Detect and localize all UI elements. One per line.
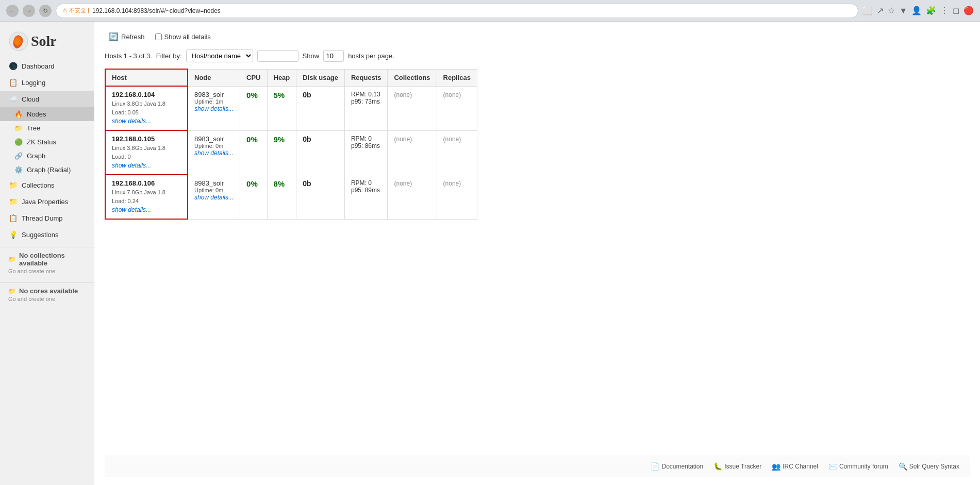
cpu-value: 0%	[246, 91, 258, 99]
replicas-value: (none)	[443, 136, 461, 143]
table-row: 192.168.0.104 Linux 3.8Gb Java 1.8Load: …	[105, 86, 477, 130]
per-page-input[interactable]	[323, 50, 344, 62]
collections-icon: 📁	[8, 181, 18, 189]
extensions-icon[interactable]: 🧩	[926, 6, 936, 15]
more-icon[interactable]: ⋮	[940, 6, 949, 15]
sidebar-item-thread-dump[interactable]: 📋 Thread Dump	[0, 210, 94, 226]
url-text: 192.168.0.104:8983/solr/#/~cloud?view=no…	[92, 7, 221, 14]
graph-icon: 🔗	[14, 152, 23, 160]
menu-icon[interactable]: ▼	[899, 6, 907, 15]
disk-value: 0b	[303, 179, 311, 188]
filter-bar: Hosts 1 - 3 of 3. Filter by: Host/node n…	[105, 49, 970, 62]
host-ip: 192.168.0.105	[112, 135, 181, 143]
disk-cell: 0b	[296, 175, 345, 219]
sidebar-item-graph-radial[interactable]: ⚙️ Graph (Radial)	[0, 163, 94, 177]
no-collections-section: 📁 No collections available Go and create…	[0, 247, 94, 278]
show-details-link[interactable]: show details...	[112, 206, 151, 213]
host-cell: 192.168.0.105 Linux 3.8Gb Java 1.8Load: …	[105, 130, 188, 175]
col-cpu: CPU	[240, 69, 267, 86]
refresh-button[interactable]: 🔄 Refresh	[105, 30, 149, 43]
host-ip: 192.168.0.106	[112, 179, 181, 187]
host-info: Linux 7.8Gb Java 1.8Load: 0.24 show deta…	[112, 188, 181, 214]
issue-tracker-link[interactable]: 🐛 Issue Tracker	[713, 462, 761, 471]
sidebar-item-dashboard[interactable]: 🌑 Dashboard	[0, 58, 94, 74]
node-show-details-link[interactable]: show details...	[194, 194, 234, 201]
sidebar-item-nodes[interactable]: 🔥 Nodes	[0, 107, 94, 121]
sidebar-item-suggestions[interactable]: 💡 Suggestions	[0, 226, 94, 243]
sidebar: Solr 🌑 Dashboard 📋 Logging ☁️ Cloud 🔥 No…	[0, 22, 94, 485]
footer: 📄 Documentation 🐛 Issue Tracker 👥 IRC Ch…	[105, 456, 970, 477]
sidebar-item-java-properties[interactable]: 📁 Java Properties	[0, 193, 94, 210]
cpu-cell: 0%	[240, 86, 267, 130]
heap-cell: 9%	[267, 130, 296, 175]
profile-icon[interactable]: 👤	[911, 6, 922, 15]
show-details-link[interactable]: show details...	[112, 118, 151, 125]
filter-input[interactable]	[257, 50, 298, 62]
java-properties-icon: 📁	[8, 197, 18, 206]
back-button[interactable]: ←	[6, 5, 19, 17]
collections-cell: (none)	[388, 130, 437, 175]
sidebar-item-label: Collections	[22, 181, 55, 189]
show-all-details-label: Show all details	[164, 33, 211, 41]
show-details-link[interactable]: show details...	[112, 162, 151, 169]
sidebar-item-zk-status[interactable]: 🟢 ZK Status	[0, 135, 94, 149]
no-cores-icon: 📁	[8, 288, 16, 295]
irc-channel-link[interactable]: 👥 IRC Channel	[772, 462, 818, 471]
heap-value: 5%	[274, 91, 285, 99]
window-icon[interactable]: ◻	[953, 6, 959, 15]
suggestions-icon: 💡	[8, 230, 18, 239]
sidebar-item-graph[interactable]: 🔗 Graph	[0, 149, 94, 163]
sidebar-item-label: ZK Status	[27, 138, 56, 146]
requests-cell: RPM: 0 p95: 89ms	[344, 175, 388, 219]
share-icon[interactable]: ↗	[877, 6, 884, 15]
sidebar-item-label: Java Properties	[22, 198, 68, 206]
cpu-value: 0%	[246, 135, 258, 144]
show-all-details-checkbox-label[interactable]: Show all details	[155, 33, 211, 41]
community-forum-icon: ✉️	[828, 462, 837, 471]
node-show-details-link[interactable]: show details...	[194, 105, 234, 112]
host-cell: 192.168.0.106 Linux 7.8Gb Java 1.8Load: …	[105, 175, 188, 219]
node-cell: 8983_solr Uptime: 0m show details...	[188, 130, 240, 175]
solr-query-syntax-icon: 🔍	[899, 462, 907, 471]
host-info: Linux 3.8Gb Java 1.8Load: 0.05 show deta…	[112, 99, 181, 126]
host-ip: 192.168.0.104	[112, 91, 181, 98]
logo-area: Solr	[0, 22, 94, 58]
show-all-details-checkbox[interactable]	[155, 34, 162, 40]
node-show-details-link[interactable]: show details...	[194, 149, 234, 157]
screen-icon[interactable]: ⬜	[862, 6, 873, 15]
documentation-link[interactable]: 📄 Documentation	[651, 462, 703, 471]
sidebar-item-cloud[interactable]: ☁️ Cloud	[0, 91, 94, 107]
hosts-per-page-label: hosts per page.	[348, 52, 394, 60]
forward-button[interactable]: →	[23, 5, 35, 17]
sidebar-item-logging[interactable]: 📋 Logging	[0, 74, 94, 91]
refresh-icon: 🔄	[109, 32, 119, 41]
logging-icon: 📋	[8, 78, 18, 87]
sidebar-item-label: Graph	[27, 152, 45, 160]
bookmark-icon[interactable]: ☆	[888, 6, 895, 15]
table-row: 192.168.0.106 Linux 7.8Gb Java 1.8Load: …	[105, 175, 477, 219]
disk-value: 0b	[303, 135, 311, 143]
sidebar-item-label: Tree	[27, 124, 40, 132]
browser-icons: ⬜ ↗ ☆ ▼ 👤 🧩 ⋮ ◻ 🔴	[862, 6, 974, 15]
toolbar: 🔄 Refresh Show all details	[105, 30, 970, 43]
no-cores-section: 📁 No cores available Go and create one	[0, 282, 94, 306]
replicas-cell: (none)	[437, 86, 477, 130]
filter-by-select[interactable]: Host/node name IP Address	[186, 49, 253, 62]
requests-cell: RPM: 0 p95: 86ms	[344, 130, 388, 175]
avatar-icon[interactable]: 🔴	[964, 6, 974, 15]
cpu-value: 0%	[246, 179, 258, 188]
no-collections-label: No collections available	[19, 252, 86, 267]
sidebar-item-collections[interactable]: 📁 Collections	[0, 177, 94, 193]
heap-cell: 8%	[267, 175, 296, 219]
no-cores-label: No cores available	[19, 287, 78, 295]
reload-button[interactable]: ↻	[39, 5, 52, 17]
community-forum-link[interactable]: ✉️ Community forum	[828, 462, 888, 471]
solr-query-syntax-label: Solr Query Syntax	[909, 463, 959, 470]
col-disk: Disk usage	[296, 69, 345, 86]
col-requests: Requests	[344, 69, 388, 86]
address-bar: ⚠ 不安全 | 192.168.0.104:8983/solr/#/~cloud…	[56, 4, 858, 18]
solr-query-syntax-link[interactable]: 🔍 Solr Query Syntax	[899, 462, 959, 471]
refresh-label: Refresh	[121, 33, 145, 41]
sidebar-item-tree[interactable]: 📁 Tree	[0, 121, 94, 135]
col-heap: Heap	[267, 69, 296, 86]
